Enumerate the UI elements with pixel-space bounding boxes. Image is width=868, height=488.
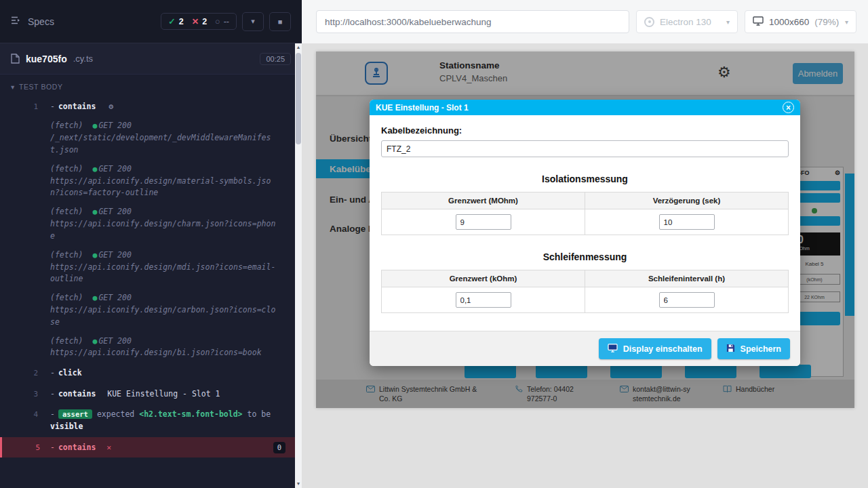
isolation-section-title: Isolationsmessung <box>381 174 789 184</box>
test-stats: ✓2 ✕2 ○-- <box>161 13 237 30</box>
specs-button[interactable]: Specs <box>11 16 54 27</box>
command-assert[interactable]: 4 -assertexpected <h2.text-sm.font-bold>… <box>0 404 295 437</box>
scroll-down-icon[interactable]: ▼ <box>296 480 301 488</box>
status-dot-icon: ● <box>92 250 97 260</box>
fetch-type: (fetch) <box>50 121 83 130</box>
spec-duration: 00:25 <box>260 53 291 65</box>
close-icon[interactable]: × <box>783 102 794 113</box>
loop-col1-header: Grenzwert (kOhm) <box>382 270 585 287</box>
browser-selector[interactable]: Electron 130 ▾ <box>636 10 738 33</box>
command-name: contains <box>58 102 96 111</box>
specs-label: Specs <box>28 16 54 27</box>
check-icon: ✓ <box>168 16 175 26</box>
electron-icon <box>644 17 654 27</box>
monitor-icon <box>753 16 764 28</box>
stat-failed: ✕2 <box>192 16 207 26</box>
display-icon <box>608 344 618 354</box>
specs-menu-icon <box>11 16 22 27</box>
cross-icon: ✕ <box>192 16 199 26</box>
command-contains-1[interactable]: 1 -contains ⚙ <box>0 96 295 117</box>
command-number: 3 <box>0 388 38 401</box>
fetch-url: https://api.iconify.design/charm.json?ic… <box>50 219 275 241</box>
viewport-selector[interactable]: 1000x660 (79%) ▾ <box>745 10 856 33</box>
chevron-down-icon: ▾ <box>726 18 730 26</box>
network-log-entry[interactable]: (fetch)●GET 200 https://api.iconify.desi… <box>0 160 295 203</box>
command-name: contains <box>58 389 96 399</box>
fetch-type: (fetch) <box>50 250 83 260</box>
test-body-toggle[interactable]: ▾ TEST BODY <box>0 75 302 96</box>
gear-icon: ⚙ <box>108 102 113 111</box>
fetch-status: GET 200 <box>98 164 131 174</box>
viewport-size: 1000x660 <box>769 17 809 27</box>
browser-name: Electron 130 <box>660 17 711 27</box>
circle-icon: ○ <box>215 17 220 26</box>
reporter-controls: ✓2 ✕2 ○-- ▾ ■ <box>161 12 291 31</box>
status-dot-icon: ● <box>92 121 97 130</box>
assert-badge: assert <box>58 409 92 419</box>
assert-mid: to be <box>247 409 271 419</box>
isolation-col1-header: Grenzwert (MOhm) <box>382 192 585 209</box>
spec-extension: .cy.ts <box>73 54 93 64</box>
fetch-status: GET 200 <box>98 207 131 216</box>
command-number: 1 <box>0 101 38 113</box>
status-dot-icon: ● <box>92 293 97 302</box>
network-log-entry[interactable]: (fetch)●GET 200 https://api.iconify.desi… <box>0 332 295 363</box>
fetch-url: https://api.iconify.design/carbon.json?i… <box>50 305 275 327</box>
stat-pending: ○-- <box>215 17 229 26</box>
browser-chrome: http://localhost:3000/kabelueberwachung … <box>302 0 868 43</box>
isolation-table: Grenzwert (MOhm) Verzögerung (sek) <box>381 192 789 235</box>
fetch-type: (fetch) <box>50 336 83 346</box>
table-cell <box>382 209 585 235</box>
fetch-status: GET 200 <box>98 293 131 302</box>
stop-icon: ■ <box>278 18 283 26</box>
modal-title: KUE Einstellung - Slot 1 <box>376 103 469 113</box>
url-input[interactable]: http://localhost:3000/kabelueberwachung <box>316 10 629 33</box>
retry-count-badge: 0 <box>273 442 285 453</box>
chevron-down-icon: ▾ <box>251 17 255 26</box>
stop-button[interactable]: ■ <box>269 12 291 31</box>
loop-interval-input[interactable] <box>659 292 715 308</box>
loop-col2-header: Schleifenintervall (h) <box>585 270 789 287</box>
fetch-url: https://api.iconify.design/mdi.json?icon… <box>50 262 275 284</box>
stat-passed: ✓2 <box>168 16 183 26</box>
kue-settings-modal: KUE Einstellung - Slot 1 × Kabelbezeichn… <box>370 100 800 366</box>
command-click[interactable]: 2 -click <box>0 363 295 383</box>
modal-footer: Display einschalten Speichern <box>370 331 800 366</box>
command-name: contains <box>58 443 96 452</box>
kue-application: Stationsname CPLV4_Maschen ⚙ Abmelden Üb… <box>316 52 854 408</box>
display-on-button[interactable]: Display einschalten <box>599 338 711 359</box>
chevron-down-icon: ▾ <box>845 18 848 26</box>
network-log-entry[interactable]: (fetch)●GET 200 https://api.iconify.desi… <box>0 289 295 331</box>
fetch-url: /_next/static/development/_devMiddleware… <box>50 133 271 155</box>
isolation-limit-input[interactable] <box>456 214 511 230</box>
assert-strong: visible <box>50 422 83 431</box>
table-cell <box>382 287 585 313</box>
status-dot-icon: ● <box>92 164 97 174</box>
modal-body: Kabelbezeichnung: Isolationsmessung Gren… <box>370 115 800 331</box>
scrollbar-thumb[interactable] <box>296 53 301 144</box>
cable-name-input[interactable] <box>381 140 789 157</box>
loop-limit-input[interactable] <box>456 292 511 308</box>
spec-row[interactable]: kue705fo .cy.ts 00:25 <box>0 43 302 75</box>
fetch-type: (fetch) <box>50 207 83 216</box>
aut-area: Stationsname CPLV4_Maschen ⚙ Abmelden Üb… <box>302 43 868 488</box>
network-log-entry[interactable]: (fetch)●GET 200 /_next/static/developmen… <box>0 117 295 159</box>
save-button[interactable]: Speichern <box>717 338 790 359</box>
command-contains-failed[interactable]: 5 -contains ✕ 0 <box>0 437 295 458</box>
scroll-up-icon[interactable]: ▲ <box>296 43 301 52</box>
command-number: 4 <box>0 409 38 421</box>
reporter-scrollbar[interactable]: ▲ ▼ <box>295 43 302 488</box>
network-log-entry[interactable]: (fetch)●GET 200 https://api.iconify.desi… <box>0 246 295 289</box>
collapse-button[interactable]: ▾ <box>242 12 264 31</box>
assert-selector: <h2.text-sm.font-bold> <box>139 409 242 419</box>
isolation-delay-input[interactable] <box>659 214 715 230</box>
command-name: click <box>58 368 82 378</box>
spec-file-icon <box>11 54 20 64</box>
network-log-entry[interactable]: (fetch)●GET 200 https://api.iconify.desi… <box>0 203 295 245</box>
status-dot-icon: ● <box>92 336 97 346</box>
command-number: 2 <box>0 367 38 380</box>
command-contains-2[interactable]: 3 -contains KUE Einstellung - Slot 1 <box>0 384 295 404</box>
modal-header: KUE Einstellung - Slot 1 × <box>370 100 800 115</box>
spec-name: kue705fo <box>26 54 67 64</box>
command-number: 5 <box>2 442 40 454</box>
